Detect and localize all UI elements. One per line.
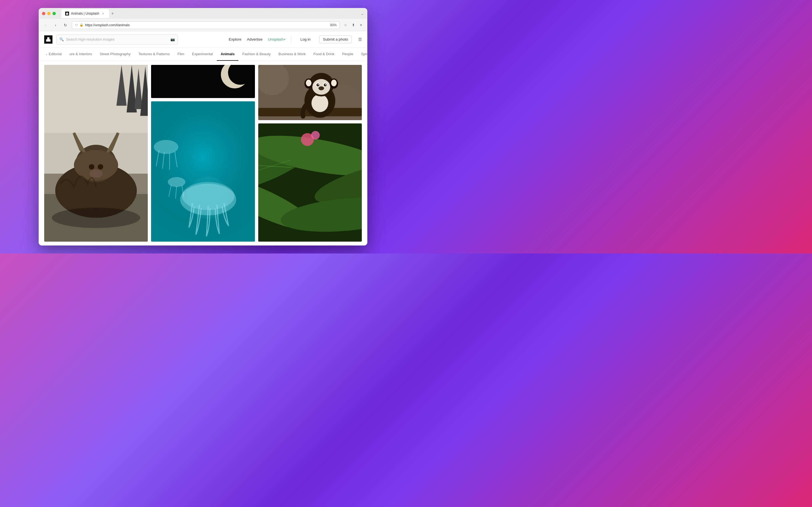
svg-point-43 xyxy=(306,79,311,86)
address-bar: ‹ › ↻ 🛡 🔒 https://unsplash.com/t/animals… xyxy=(39,19,367,31)
maximize-button[interactable] xyxy=(52,12,56,15)
browser-window: Animals | Unsplash × + ⌄ ‹ › ↻ 🛡 🔒 https… xyxy=(39,8,367,245)
svg-point-14 xyxy=(89,170,103,178)
search-icon: 🔍 xyxy=(59,37,64,42)
category-fashion[interactable]: Fashion & Beauty xyxy=(238,48,275,61)
close-button[interactable] xyxy=(42,12,45,15)
header-nav: Explore Advertise Unsplash+ Log in Submi… xyxy=(229,35,362,43)
minimize-button[interactable] xyxy=(47,12,51,15)
camera-search-icon[interactable]: 📷 xyxy=(170,37,175,42)
category-nav: ‹ Editorial ure & Interiors Street Photo… xyxy=(39,48,367,61)
lock-icon: 🔒 xyxy=(79,23,84,27)
svg-point-31 xyxy=(311,94,328,112)
photo-column-3 xyxy=(258,65,362,242)
svg-point-39 xyxy=(325,84,326,85)
tab-close-button[interactable]: × xyxy=(101,12,105,15)
title-bar: Animals | Unsplash × + ⌄ xyxy=(39,8,367,19)
category-editorial[interactable]: Editorial xyxy=(49,48,65,61)
category-experimental[interactable]: Experimental xyxy=(188,48,217,61)
browser-menu-icon[interactable]: ≡ xyxy=(358,22,364,28)
explore-link[interactable]: Explore xyxy=(229,37,241,42)
photo-column-1 xyxy=(44,65,148,242)
forward-button[interactable]: › xyxy=(52,21,59,29)
search-input[interactable]: Search high-resolution images xyxy=(66,37,168,42)
category-people[interactable]: People xyxy=(338,48,357,61)
active-tab[interactable]: Animals | Unsplash × xyxy=(61,9,109,18)
reload-button[interactable]: ↻ xyxy=(62,21,69,29)
category-scroll-left[interactable]: ‹ xyxy=(44,52,49,56)
svg-rect-20 xyxy=(151,101,255,242)
photo-monkey[interactable] xyxy=(258,65,362,120)
svg-point-24 xyxy=(168,177,185,187)
photo-frog-leaves[interactable] xyxy=(258,123,362,242)
submit-photo-button[interactable]: Submit a photo xyxy=(319,35,351,43)
traffic-lights xyxy=(42,12,56,15)
advertise-link[interactable]: Advertise xyxy=(247,37,262,42)
header-divider xyxy=(291,36,291,43)
svg-point-44 xyxy=(331,79,336,86)
new-tab-button[interactable]: + xyxy=(109,10,116,17)
svg-point-12 xyxy=(89,164,95,170)
hamburger-menu-icon[interactable]: ☰ xyxy=(358,37,362,42)
svg-point-38 xyxy=(318,84,319,85)
page-content: 🔍 Search high-resolution images 📷 Explor… xyxy=(39,31,367,245)
unsplash-logo[interactable] xyxy=(44,35,52,44)
back-button[interactable]: ‹ xyxy=(42,21,49,29)
category-animals[interactable]: Animals xyxy=(217,48,238,61)
category-architecture[interactable]: ure & Interiors xyxy=(65,48,96,61)
svg-point-53 xyxy=(311,131,320,139)
svg-point-25 xyxy=(187,177,229,219)
login-button[interactable]: Log in xyxy=(297,36,314,43)
shield-icon: 🛡 xyxy=(75,23,78,27)
share-icon[interactable]: ⬆ xyxy=(350,22,356,28)
tab-title: Animals | Unsplash xyxy=(71,12,99,15)
tab-bar: Animals | Unsplash × + ⌄ xyxy=(61,9,364,18)
address-input[interactable]: 🛡 🔒 https://unsplash.com/t/animals 90% xyxy=(72,21,340,29)
unsplash-plus-link[interactable]: Unsplash+ xyxy=(268,37,285,42)
svg-point-15 xyxy=(52,208,140,228)
tab-list-button[interactable]: ⌄ xyxy=(361,11,364,16)
category-spirit[interactable]: Spir... xyxy=(357,48,367,61)
category-business[interactable]: Business & Work xyxy=(275,48,310,61)
tab-favicon xyxy=(65,12,69,15)
unsplash-header: 🔍 Search high-resolution images 📷 Explor… xyxy=(39,31,367,48)
category-film[interactable]: Film xyxy=(173,48,188,61)
photo-highland-cow[interactable] xyxy=(44,65,148,242)
category-street-photography[interactable]: Street Photography xyxy=(96,48,134,61)
category-food-drink[interactable]: Food & Drink xyxy=(310,48,338,61)
photo-moon[interactable] xyxy=(151,65,255,98)
photo-jellyfish[interactable] xyxy=(151,101,255,242)
unsplash-logo-mark xyxy=(46,37,51,42)
search-bar[interactable]: 🔍 Search high-resolution images 📷 xyxy=(56,35,178,45)
svg-point-13 xyxy=(98,164,103,170)
address-actions: ☆ ⬆ ≡ xyxy=(342,22,364,28)
photo-column-2 xyxy=(151,65,255,242)
category-textures[interactable]: Textures & Patterns xyxy=(134,48,173,61)
photo-grid xyxy=(39,61,367,245)
url-text: https://unsplash.com/t/animals xyxy=(85,23,129,27)
zoom-level: 90% xyxy=(330,23,337,27)
svg-point-40 xyxy=(318,87,324,90)
bookmark-icon[interactable]: ☆ xyxy=(342,22,348,28)
